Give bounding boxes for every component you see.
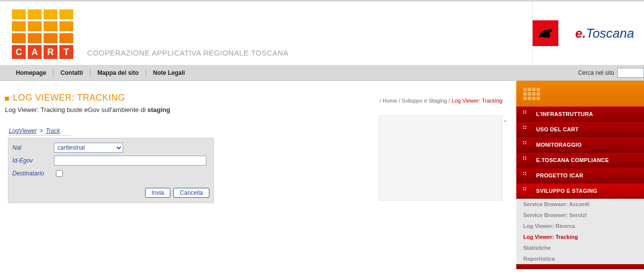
cart-letter: T — [59, 45, 73, 59]
pegasus-icon[interactable] — [533, 20, 558, 46]
header-subtitle: COOPERAZIONE APPLICATIVA REGIONALE TOSCA… — [87, 49, 289, 57]
checkbox-destinatario[interactable] — [56, 170, 63, 177]
subitem-service-browser-servizi[interactable]: Service Browser: Servizi — [516, 210, 644, 221]
tracking-form: Nal carttestnal Id-Egov Destinatario Inv… — [8, 138, 214, 203]
breadcrumb-sviluppo[interactable]: Sviluppo e Staging — [402, 98, 447, 104]
sidebar: L'INFRASTRUTTURA USO DEL CART MONITORAGG… — [516, 81, 644, 271]
nav-homepage[interactable]: Homepage — [9, 69, 53, 76]
page-description: Log Viewer: Tracking buste eGov sull'amb… — [5, 106, 516, 113]
sidebar-bottom-bar — [516, 264, 644, 269]
four-dots-icon — [523, 126, 530, 133]
nav-mappa[interactable]: Mappa del sito — [91, 69, 146, 76]
mini-bc-logviewer[interactable]: LogViewer — [9, 127, 37, 134]
title-bullet-icon — [5, 97, 9, 101]
scroll-up-icon[interactable]: ▴ — [504, 117, 509, 123]
mini-bc-track[interactable]: Track — [46, 127, 60, 134]
cart-letter: R — [44, 45, 57, 59]
sidebar-item-progetto-icar[interactable]: PROGETTO ICAR — [516, 168, 644, 183]
sidebar-item-monitoraggio[interactable]: MONITORAGGIO — [516, 137, 644, 153]
subitem-service-browser-accordi[interactable]: Service Browser: Accordi — [516, 199, 644, 210]
results-placeholder-panel — [379, 115, 502, 201]
label-nal: Nal — [12, 144, 54, 151]
submit-button[interactable]: Invia — [145, 188, 170, 198]
cart-logo-grid-icon — [12, 9, 73, 43]
four-dots-icon — [523, 172, 530, 179]
label-idegov: Id-Egov — [12, 157, 54, 164]
header-right-logos: e.Toscana — [532, 1, 644, 65]
nav-notelegali[interactable]: Note Legali — [146, 69, 192, 76]
sidebar-item-uso-del-cart[interactable]: USO DEL CART — [516, 122, 644, 137]
subitem-log-viewer-tracking[interactable]: Log Viewer: Tracking — [516, 231, 644, 242]
breadcrumb-home[interactable]: Home — [383, 98, 397, 104]
four-dots-icon — [523, 157, 530, 164]
sidebar-item-sviluppo-e-staging[interactable]: SVILUPPO E STAGING — [516, 183, 644, 199]
search-label: Cerca nel sito — [578, 69, 614, 76]
cancel-button[interactable]: Cancella — [173, 188, 209, 198]
breadcrumb: / Home / Sviluppo e Staging / Log Viewer… — [380, 98, 502, 104]
select-nal[interactable]: carttestnal — [54, 143, 123, 153]
sidebar-submenu: Service Browser: Accordi Service Browser… — [516, 199, 644, 264]
top-navbar: Homepage Contatti Mappa del sito Note Le… — [0, 65, 644, 81]
four-dots-icon — [523, 141, 530, 148]
subitem-reportistica[interactable]: Reportistica — [516, 253, 644, 264]
etoscana-logo[interactable]: e.Toscana — [572, 25, 637, 42]
cart-letter: A — [28, 45, 42, 59]
page-title: LOG VIEWER: TRACKING — [13, 93, 125, 103]
breadcrumb-current: Log Viewer: Tracking — [451, 98, 502, 104]
sidebar-item-etoscana-compliance[interactable]: E.TOSCANA COMPLIANCE — [516, 153, 644, 168]
cart-letter: C — [12, 45, 26, 59]
subitem-log-viewer-ricerca[interactable]: Log Viewer: Ricerca — [516, 221, 644, 231]
nav-contatti[interactable]: Contatti — [53, 69, 90, 76]
sidebar-item-infrastruttura[interactable]: L'INFRASTRUTTURA — [516, 107, 644, 122]
input-idegov[interactable] — [54, 156, 206, 166]
sidebar-brand-icon[interactable] — [516, 81, 644, 107]
four-dots-icon — [523, 111, 530, 117]
cart-logo[interactable]: C A R T — [12, 9, 73, 59]
four-dots-icon — [523, 187, 530, 194]
label-destinatario: Destinatario — [12, 170, 54, 177]
search-input[interactable] — [617, 68, 644, 78]
subitem-statistiche[interactable]: Statistiche — [516, 242, 644, 253]
header: C A R T COOPERAZIONE APPLICATIVA REGIONA… — [0, 0, 644, 65]
mini-breadcrumb: LogViewer > Track — [9, 127, 71, 136]
